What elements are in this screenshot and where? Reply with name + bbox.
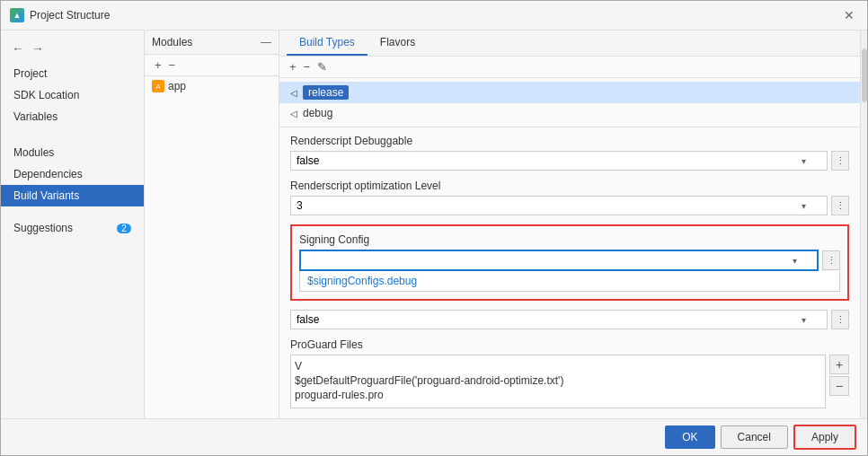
modules-panel: Modules — + − A app <box>145 31 279 418</box>
module-icon-app: A <box>152 80 164 92</box>
right-scrollbar[interactable] <box>860 31 867 418</box>
suggestions-badge: 2 <box>117 224 131 233</box>
minify-enabled-select[interactable]: false true <box>290 310 828 329</box>
renderscript-opt-extra-btn[interactable]: ⋮ <box>831 196 849 215</box>
build-type-list: ◁ release ◁ debug <box>279 78 860 127</box>
build-type-add-button[interactable]: + <box>287 60 299 74</box>
signing-config-row: ⋮ <box>299 250 840 271</box>
sidebar-item-variables[interactable]: Variables <box>1 106 144 127</box>
main-toolbar: + − ✎ <box>279 57 860 78</box>
proguard-side-buttons: + − <box>829 355 849 408</box>
form-area: Renderscript Debuggable false true ⋮ Ren <box>279 127 860 418</box>
sidebar-divider-2 <box>1 206 144 217</box>
modules-dash: — <box>261 36 271 48</box>
proguard-remove-button[interactable]: − <box>829 376 849 396</box>
signing-config-extra-btn[interactable]: ⋮ <box>822 250 840 270</box>
modules-header: Modules — <box>145 31 279 55</box>
main-content: Build Types Flavors + − ✎ ◁ release ◁ de… <box>279 31 860 418</box>
tabs-row: Build Types Flavors <box>279 31 860 57</box>
renderscript-debuggable-extra-btn[interactable]: ⋮ <box>831 151 849 171</box>
tab-flavors[interactable]: Flavors <box>368 31 428 56</box>
sidebar-section-bottom: Modules Dependencies Build Variants <box>1 142 144 206</box>
sidebar-item-modules[interactable]: Modules <box>1 142 144 163</box>
signing-config-section: Signing Config ⋮ $signingConfigs.debug <box>290 224 849 301</box>
module-item-app[interactable]: A app <box>145 76 279 96</box>
modules-title: Modules <box>152 36 192 48</box>
renderscript-opt-group: Renderscript optimization Level 3 2 1 0 … <box>290 180 849 215</box>
project-structure-dialog: ▲ Project Structure ✕ ← → Project SDK Lo… <box>0 0 868 456</box>
close-button[interactable]: ✕ <box>840 6 858 24</box>
minify-enabled-row: false true ⋮ <box>290 310 849 329</box>
signing-config-select-wrapper <box>299 250 819 271</box>
build-type-item-release[interactable]: ◁ release <box>279 82 860 103</box>
modules-add-button[interactable]: + <box>152 58 164 72</box>
ok-button[interactable]: OK <box>665 425 714 449</box>
proguard-files-label: ProGuard Files <box>290 338 849 351</box>
sidebar-item-suggestions[interactable]: Suggestions 2 <box>1 217 144 239</box>
proguard-item-2: proguard-rules.pro <box>295 388 821 402</box>
tab-build-types[interactable]: Build Types <box>287 31 368 56</box>
sidebar-item-project[interactable]: Project <box>1 63 144 84</box>
renderscript-opt-label: Renderscript optimization Level <box>290 180 849 192</box>
minify-enabled-extra-btn[interactable]: ⋮ <box>831 310 849 329</box>
dialog-title: Project Structure <box>30 9 110 22</box>
build-type-item-debug[interactable]: ◁ debug <box>279 103 860 123</box>
modules-remove-button[interactable]: − <box>166 58 179 72</box>
minify-enabled-group: false true ⋮ <box>290 310 849 329</box>
proguard-files-section: ProGuard Files V $getDefaultProguardFile… <box>290 338 849 408</box>
sidebar-section-top: Project SDK Location Variables <box>1 63 144 127</box>
proguard-item-1: $getDefaultProguardFile('proguard-androi… <box>295 373 821 388</box>
sidebar-nav: ← → <box>1 38 144 59</box>
title-bar: ▲ Project Structure ✕ <box>1 1 867 31</box>
renderscript-debuggable-select-wrapper: false true <box>290 151 828 171</box>
renderscript-debuggable-label: Renderscript Debuggable <box>290 135 849 147</box>
build-type-icon-debug: ◁ <box>288 108 299 118</box>
renderscript-debuggable-row: false true ⋮ <box>290 151 849 171</box>
build-type-icon-release: ◁ <box>288 87 299 98</box>
proguard-file-list: V $getDefaultProguardFile('proguard-andr… <box>290 355 826 408</box>
build-type-remove-button[interactable]: − <box>301 60 314 74</box>
sidebar-item-dependencies[interactable]: Dependencies <box>1 163 144 185</box>
modules-toolbar: + − <box>145 55 279 76</box>
renderscript-opt-row: 3 2 1 0 ⋮ <box>290 196 849 215</box>
renderscript-opt-select[interactable]: 3 2 1 0 <box>290 196 828 215</box>
sidebar-divider-1 <box>1 127 144 138</box>
sidebar-item-sdk-location[interactable]: SDK Location <box>1 84 144 106</box>
title-bar-left: ▲ Project Structure <box>10 8 110 22</box>
dialog-footer: OK Cancel Apply <box>1 418 867 455</box>
signing-config-select[interactable] <box>299 250 819 271</box>
module-list: A app <box>145 76 279 418</box>
apply-button[interactable]: Apply <box>793 425 856 450</box>
build-type-label-release: release <box>303 85 349 100</box>
proguard-files-area: V $getDefaultProguardFile('proguard-andr… <box>290 355 849 408</box>
app-icon: ▲ <box>10 8 24 22</box>
nav-back-button[interactable]: ← <box>10 41 26 56</box>
module-label-app: app <box>168 80 186 92</box>
signing-suggestion[interactable]: $signingConfigs.debug <box>299 271 840 292</box>
renderscript-debuggable-select[interactable]: false true <box>290 151 828 171</box>
renderscript-opt-select-wrapper: 3 2 1 0 <box>290 196 828 215</box>
nav-forward-button[interactable]: → <box>30 41 46 56</box>
scrollbar-thumb <box>862 48 867 102</box>
cancel-button[interactable]: Cancel <box>721 425 788 449</box>
dialog-body: ← → Project SDK Location Variables Modul… <box>1 31 867 418</box>
proguard-add-button[interactable]: + <box>829 355 849 374</box>
proguard-item-0: V <box>295 359 821 373</box>
build-type-edit-button[interactable]: ✎ <box>314 60 330 74</box>
sidebar-item-build-variants[interactable]: Build Variants <box>1 185 144 206</box>
build-type-label-debug: debug <box>303 107 332 119</box>
signing-config-label: Signing Config <box>299 233 840 246</box>
sidebar: ← → Project SDK Location Variables Modul… <box>1 31 145 418</box>
renderscript-debuggable-group: Renderscript Debuggable false true ⋮ <box>290 135 849 171</box>
minify-enabled-select-wrapper: false true <box>290 310 828 329</box>
sidebar-item-suggestions-label: Suggestions <box>13 222 73 234</box>
